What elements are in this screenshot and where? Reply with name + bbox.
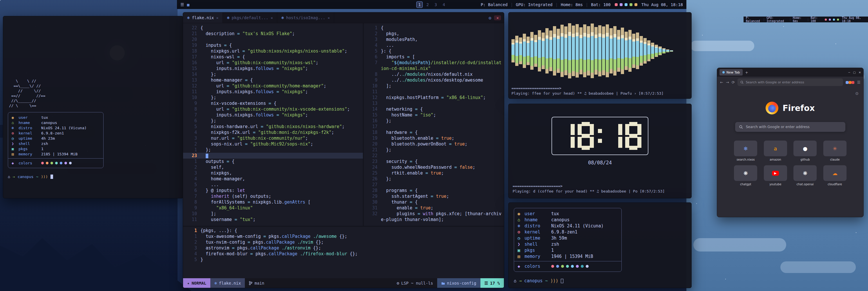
viz-segment [632,34,636,39]
firefox-tab-new-tab[interactable]: New Tab [719,69,743,76]
url-bar-placeholder: Search with Google or enter address [746,81,804,84]
tray-icon[interactable] [625,3,627,6]
neovim-editor[interactable]: ❄flake.nix×❄pkgs/default...×❄hosts/isoIm… [183,12,504,288]
maximize-button[interactable]: ▢ [853,71,856,74]
tray-icon[interactable] [837,19,839,21]
viz-segment [512,45,515,55]
editor-tab-pkgs-default-[interactable]: ❄pkgs/default...× [223,12,277,23]
code-text: }; [200,71,363,77]
terminal-fastfetch-right[interactable]: ◉usertux⌂hnamecanopus❄distroNixOS 24.11 … [508,202,692,288]
viz-segment [591,24,594,32]
view-toggle-icon[interactable]: ◎ [489,16,491,20]
firefox-window[interactable]: New Tab + ─▢✕ ← → ⟳ Search with Google o… [717,68,864,217]
code-line: 16 }; [364,118,504,124]
viz-segment [613,26,617,34]
menu-icon[interactable]: ☰ [857,80,861,85]
viz-segment [628,58,631,68]
viz-segment [579,59,583,69]
segment [629,146,638,150]
url-bar[interactable]: Search with Google or enter address [738,79,843,86]
viz-segment [625,38,628,40]
shortcut-chatgpt[interactable]: ❋chatgpt [732,165,759,186]
code-line: 5}: { [364,48,504,54]
editor-tab-hosts-isoImag-[interactable]: ❄hosts/isoImag...× [277,12,334,23]
segment [590,124,594,135]
tray-icon[interactable] [620,3,623,6]
workspace-button[interactable]: 3 [433,1,439,8]
fetch-value: 6.9.8-zen1 [41,131,64,135]
back-button[interactable]: ← [720,80,723,85]
editor-pane-iso-image[interactable]: 1{2 pkgs,3 modulesPath,4 ...5}: {6 impor… [363,23,504,226]
workspace-button[interactable]: 1 [416,1,423,8]
code-line: 1{pkgs, ...}: { [183,228,504,233]
new-tab-button[interactable]: + [745,70,748,75]
segment [571,124,575,135]
line-number: 2 [364,31,381,37]
minimize-button[interactable]: ─ [848,71,850,74]
close-button[interactable]: ✕ [859,71,861,74]
shortcut-claude[interactable]: ✳claude [822,141,848,161]
palette-icon: ◆ [518,264,525,269]
code-line: 1 outputs = { [183,158,363,164]
menu-icon[interactable]: ☰ [181,2,184,7]
reload-button[interactable]: ⟳ [732,80,735,85]
viz-column [530,32,533,69]
viz-segment [530,66,533,70]
shortcut-chat-openai[interactable]: ❋chat.openai [792,165,819,186]
clock-window[interactable]: 08/08/24 =====================> Playing:… [508,104,692,198]
code-text: nixpkgs-f2k.url = "github:moni-dz/nixpkg… [200,129,363,135]
shell-prompt[interactable]: ⌂→canopus~))) [514,278,686,284]
newtab-search-bar[interactable]: Search with Google or enter address [735,122,845,132]
code-text: ... [200,182,363,187]
shortcut-amazon[interactable]: aamazon [762,141,789,161]
shortcut-cloudflare[interactable]: ☁cloudflare [822,165,848,186]
viz-column [587,26,590,76]
tray-icon[interactable] [825,19,827,21]
shortcut-grid: ❄search.nixosaamazon●github✳claude❋chatg… [732,141,848,186]
segment [562,134,571,138]
shortcut-github[interactable]: ●github [792,141,819,161]
tray-icon[interactable] [634,3,638,6]
viz-segment [655,53,658,56]
editor-pane-pkgs-default[interactable]: 1{pkgs, ...}: {1 tux-awesome-wm-config =… [183,226,504,278]
extension-icon[interactable] [848,81,851,84]
personalize-gear-icon[interactable]: ⚙ [855,91,859,96]
editor-pane-flake-nix[interactable]: 22{21 description = "tux's NixOS Flake";… [183,23,363,226]
viz-segment [515,40,519,42]
workspace-button[interactable]: 2 [425,1,431,8]
shortcut-youtube[interactable]: ▶youtube [762,165,789,186]
tab-close-icon[interactable]: × [216,16,218,20]
fetch-row: ❯shellzsh [518,241,618,247]
code-text: tux-awesome-wm-config = pkgs.callPackage… [200,233,504,239]
status-item: Home: 8ms [561,2,583,7]
extension-icon[interactable] [846,81,848,84]
tray-icon[interactable] [829,19,831,21]
music-visualizer-window[interactable]: =====================> Playing: ffee for… [508,12,692,99]
viz-segment [602,26,605,34]
tray-icon[interactable] [629,3,632,6]
extension-icon[interactable] [851,81,855,84]
tray-icon[interactable] [615,3,618,6]
shell-prompt[interactable]: ⌂→canopus~))) [8,175,178,179]
editor-tab-flake-nix[interactable]: ❄flake.nix× [183,12,223,23]
branch-icon [249,281,252,285]
memory-icon: ▤ [11,152,19,156]
tab-close-icon[interactable]: × [271,16,273,20]
code-line: 23 security = { [364,158,504,164]
viz-segment [553,59,556,70]
shortcut-icon-card: ❄ [734,141,757,156]
app-launcher-icon[interactable]: ▦ [187,2,189,7]
code-line: 22 [364,153,504,158]
viz-segment [538,40,541,58]
terminal-fastfetch-left[interactable]: \ \ // ==\____\/ // // \// ==// //== //\… [3,16,183,198]
tab-close-icon[interactable]: × [328,16,330,20]
forward-button[interactable]: → [726,80,729,85]
code-text: }; [200,118,363,124]
viz-segment [564,26,567,34]
workspace-button[interactable]: 4 [441,1,447,8]
close-window-button[interactable]: ✕ [494,16,501,20]
tray-icon[interactable] [833,19,835,21]
status-item: Home: 6ms [793,16,805,23]
shortcut-search-nixos[interactable]: ❄search.nixos [732,141,759,161]
line-number: 12 [183,83,200,89]
